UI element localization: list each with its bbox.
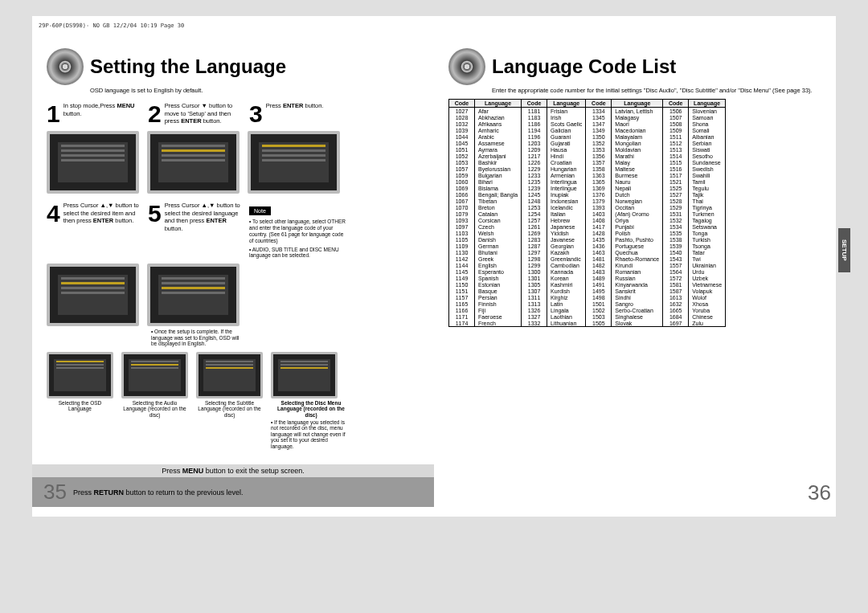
language-cell: Occitan xyxy=(612,204,663,210)
language-cell: Czech xyxy=(475,223,522,230)
step-text: Press Cursor ▲,▼ button to select the de… xyxy=(165,202,243,232)
language-cell: Corsican xyxy=(475,217,522,223)
language-cell: Serbian xyxy=(689,140,726,146)
code-cell: 1516 xyxy=(663,166,689,172)
language-cell: Tonga xyxy=(689,230,726,236)
code-cell: 1097 xyxy=(449,223,475,230)
code-cell: 1417 xyxy=(586,223,612,230)
table-header: Code xyxy=(522,100,547,108)
code-cell: 1226 xyxy=(522,159,547,166)
tv-screens-row-2 xyxy=(47,264,420,326)
code-cell: 1305 xyxy=(522,281,547,288)
code-cell: 1269 xyxy=(522,230,547,236)
code-cell: 1109 xyxy=(449,243,475,249)
language-cell: Croatian xyxy=(547,159,586,166)
language-cell: French xyxy=(475,320,522,327)
table-row: 1171Faeroese1327Laothian1503Singhalese16… xyxy=(449,313,726,320)
step-number: 4 xyxy=(47,202,60,226)
code-cell: 1194 xyxy=(522,127,547,133)
step-text: Press ENTER button. xyxy=(266,102,324,109)
language-cell: German xyxy=(475,243,522,249)
language-cell: Tigrinya xyxy=(689,204,726,210)
language-cell: Siswati xyxy=(689,146,726,153)
language-cell: Latin xyxy=(547,300,586,307)
note-label: Note xyxy=(249,206,271,215)
language-cell: Maori xyxy=(612,121,663,127)
language-cell: Nauru xyxy=(612,178,663,185)
language-cell: Dutch xyxy=(612,191,663,198)
tv-screen xyxy=(47,264,139,326)
table-header: Language xyxy=(612,100,663,108)
language-cell: Ukrainian xyxy=(689,262,726,268)
language-cell: Latvian, Lettish xyxy=(612,108,663,115)
table-row: 1109German1287Georgian1436Portuguese1539… xyxy=(449,243,726,249)
language-cell: Afrikaans xyxy=(475,121,522,127)
language-cell: Aymara xyxy=(475,146,522,153)
code-cell: 1503 xyxy=(586,313,612,320)
code-cell: 1196 xyxy=(522,133,547,140)
language-cell: Spanish xyxy=(475,275,522,281)
table-row: 1060Bihari1235Interlingua1365Nauru1521Ta… xyxy=(449,178,726,185)
page-title-right: Language Code List xyxy=(492,55,676,78)
code-cell: 1531 xyxy=(663,210,689,217)
code-cell: 1356 xyxy=(586,153,612,159)
tv-screen xyxy=(147,264,240,326)
code-cell: 1283 xyxy=(522,236,547,243)
language-cell: Polish xyxy=(612,230,663,236)
language-cell: Armenian xyxy=(547,172,586,178)
code-cell: 1044 xyxy=(449,133,475,140)
table-row: 1045Assamese1203Gujarati1352Mongolian151… xyxy=(449,140,726,146)
code-cell: 1027 xyxy=(449,108,475,115)
language-cell: Tatar xyxy=(689,249,726,255)
language-cell: Moldavian xyxy=(612,146,663,153)
code-cell: 1352 xyxy=(586,140,612,146)
tv-screen-small xyxy=(271,352,338,398)
table-row: 1044Arabic1196Guarani1350Malayalam1511Al… xyxy=(449,133,726,140)
code-cell: 1515 xyxy=(663,159,689,166)
table-row: 1157Persian1311Kirghiz1498Sindhi1613Wolo… xyxy=(449,294,726,300)
code-cell: 1045 xyxy=(449,140,475,146)
note-block: Note • To select other language, select … xyxy=(249,202,346,259)
language-cell: Maltese xyxy=(612,166,663,172)
language-cell: Estonian xyxy=(475,281,522,288)
language-cell: Hebrew xyxy=(547,217,586,223)
language-cell: Chinese xyxy=(689,313,726,320)
step-3: 3 Press ENTER button. xyxy=(249,102,344,126)
language-cell: Punjabi xyxy=(612,223,663,230)
page-number-right: 36 xyxy=(808,480,831,505)
code-cell: 1239 xyxy=(522,185,547,191)
code-cell: 1535 xyxy=(663,230,689,236)
language-cell: Tibetan xyxy=(475,198,522,204)
code-cell: 1257 xyxy=(522,217,547,223)
language-cell: Italian xyxy=(547,210,586,217)
language-cell: Albanian xyxy=(689,133,726,140)
language-cell: Frisian xyxy=(547,108,586,115)
note-bullet: • To select other language, select OTHER… xyxy=(249,219,346,243)
two-page-spread: Setting the Language OSD language is set… xyxy=(32,43,836,517)
code-cell: 1463 xyxy=(586,249,612,255)
table-header: Code xyxy=(586,100,612,108)
code-cell: 1307 xyxy=(522,288,547,294)
language-cell: Volapuk xyxy=(689,288,726,294)
language-cell: Danish xyxy=(475,236,522,243)
page-left: Setting the Language OSD language is set… xyxy=(32,43,434,517)
language-code-table: CodeLanguageCodeLanguageCodeLanguageCode… xyxy=(448,99,726,327)
language-cell: Thai xyxy=(689,198,726,204)
language-cell: (Afan) Oromo xyxy=(612,210,663,217)
code-cell: 1534 xyxy=(663,223,689,230)
language-cell: Hausa xyxy=(547,146,586,153)
language-cell: Finnish xyxy=(475,300,522,307)
code-cell: 1066 xyxy=(449,191,475,198)
language-cell: Azerbaijani xyxy=(475,153,522,159)
code-cell: 1435 xyxy=(586,236,612,243)
table-row: 1059Bulgarian1233Armenian1363Burmese1517… xyxy=(449,172,726,178)
code-cell: 1157 xyxy=(449,294,475,300)
table-row: 1130Bhutani1297Kazakh1463Quechua1540Tata… xyxy=(449,249,726,255)
tv-screen xyxy=(147,131,240,194)
code-cell: 1613 xyxy=(663,294,689,300)
language-cell: Sundanese xyxy=(689,159,726,166)
language-cell: Fiji xyxy=(475,307,522,313)
language-cell: Laothian xyxy=(547,313,586,320)
step-5: 5 Press Cursor ▲,▼ button to select the … xyxy=(148,202,243,232)
language-cell: Byelorussian xyxy=(475,166,522,172)
